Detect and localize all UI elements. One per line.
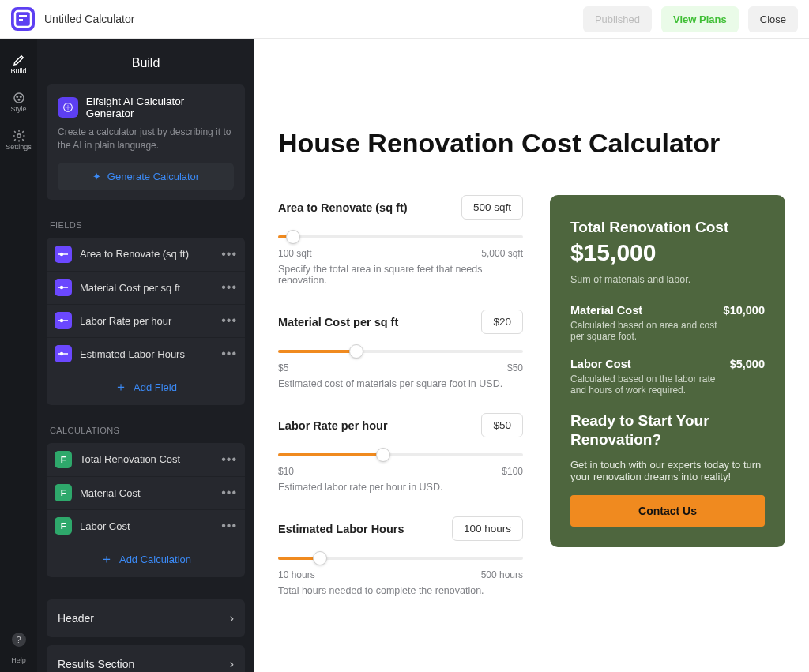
preview-area: House Renovation Cost Calculator Area to… — [254, 39, 809, 672]
formula-icon: F — [55, 517, 72, 535]
breakdown-name: Labor Cost — [570, 358, 631, 370]
calculation-item-label: Total Renovation Cost — [80, 453, 213, 465]
slider-track[interactable] — [278, 552, 523, 563]
slider-value[interactable]: 500 sqft — [461, 195, 523, 220]
view-plans-button[interactable]: View Plans — [661, 6, 739, 32]
rail-style[interactable]: Style — [0, 86, 37, 118]
cta-heading: Ready to Start Your Renovation? — [570, 411, 765, 449]
slider-thumb[interactable] — [349, 344, 363, 359]
calculation-item-label: Material Cost — [80, 487, 213, 499]
slider-min: $10 — [278, 466, 294, 477]
add-calculation-label: Add Calculation — [119, 554, 191, 565]
plus-icon: ＋ — [100, 551, 113, 568]
slider-min: 100 sqft — [278, 248, 312, 259]
slider-helper: Estimated cost of materials per square f… — [278, 378, 523, 389]
slider-field: Material Cost per sq ft$20$5$50Estimated… — [278, 310, 523, 389]
slider-field: Labor Rate per hour$50$10$100Estimated l… — [278, 413, 523, 493]
field-item-label: Material Cost per sq ft — [80, 282, 213, 294]
field-item[interactable]: Labor Rate per hour••• — [47, 304, 245, 337]
pencil-icon — [12, 53, 26, 67]
slider-field: Estimated Labor Hours100 hours10 hours50… — [278, 516, 523, 596]
slider-track[interactable] — [278, 231, 523, 242]
total-sub: Sum of materials and labor. — [570, 274, 765, 285]
rail-help-label: Help — [11, 656, 26, 664]
breakdown-name: Material Cost — [570, 304, 642, 317]
doc-title[interactable]: Untitled Calculator — [44, 13, 134, 25]
slider-field-icon — [55, 279, 72, 296]
field-item-label: Labor Rate per hour — [80, 315, 213, 327]
svg-point-3 — [14, 93, 24, 103]
slider-min: 10 hours — [278, 569, 315, 580]
contact-us-button[interactable]: Contact Us — [570, 495, 765, 527]
kebab-icon[interactable]: ••• — [221, 247, 237, 261]
slider-track[interactable] — [278, 345, 523, 356]
breakdown-list: Material Cost$10,000Calculated based on … — [570, 304, 765, 396]
field-item-label: Estimated Labor Hours — [80, 348, 213, 360]
calculation-item[interactable]: FTotal Renovation Cost••• — [47, 443, 245, 476]
slider-label: Labor Rate per hour — [278, 419, 388, 432]
calculation-item[interactable]: FLabor Cost••• — [47, 509, 245, 542]
calculator-title: House Renovation Cost Calculator — [278, 128, 785, 159]
kebab-icon[interactable]: ••• — [221, 452, 237, 467]
published-button: Published — [583, 6, 652, 32]
left-rail: Build Style Settings ? Help — [0, 39, 37, 672]
slider-helper: Total hours needed to complete the renov… — [278, 585, 523, 596]
kebab-icon[interactable]: ••• — [221, 519, 237, 533]
generate-calculator-button[interactable]: ✦ Generate Calculator — [58, 163, 234, 190]
formula-icon: F — [55, 484, 72, 501]
svg-point-16 — [60, 352, 63, 355]
breakdown-row: Labor Cost$5,000Calculated based on the … — [570, 358, 765, 396]
cta-text: Get in touch with our experts today to t… — [570, 459, 765, 482]
nav-results-section[interactable]: Results Section › — [47, 645, 245, 672]
slider-value[interactable]: 100 hours — [452, 516, 523, 541]
total-value: $15,000 — [570, 239, 765, 266]
slider-value[interactable]: $20 — [481, 310, 523, 334]
total-label: Total Renovation Cost — [570, 219, 765, 236]
svg-point-5 — [20, 96, 21, 98]
ai-generator-card: Elfsight AI Calculator Generator Create … — [47, 84, 245, 200]
breakdown-desc: Calculated based on area and cost per sq… — [570, 320, 721, 342]
add-field-label: Add Field — [134, 381, 177, 393]
slider-thumb[interactable] — [313, 551, 327, 565]
chevron-right-icon: › — [230, 611, 234, 625]
slider-thumb[interactable] — [376, 448, 390, 462]
svg-point-6 — [18, 99, 20, 101]
slider-thumb[interactable] — [286, 230, 300, 244]
add-field-button[interactable]: ＋Add Field — [47, 370, 245, 405]
slider-track[interactable] — [278, 449, 523, 460]
nav-header-section[interactable]: Header › — [47, 599, 245, 637]
slider-label: Material Cost per sq ft — [278, 316, 398, 328]
slider-max: 5,000 sqft — [481, 248, 523, 259]
help-icon[interactable]: ? — [12, 633, 26, 647]
results-card: Total Renovation Cost $15,000 Sum of mat… — [550, 195, 785, 547]
kebab-icon[interactable]: ••• — [221, 486, 237, 500]
svg-point-10 — [60, 253, 63, 256]
chevron-right-icon: › — [230, 657, 234, 671]
calculation-item[interactable]: FMaterial Cost••• — [47, 476, 245, 509]
breakdown-value: $5,000 — [730, 358, 765, 370]
fields-section-label: FIELDS — [37, 216, 254, 238]
breakdown-desc: Calculated based on the labor rate and h… — [570, 374, 721, 396]
slider-max: 500 hours — [481, 569, 523, 580]
fields-list: Area to Renovate (sq ft)•••Material Cost… — [47, 238, 245, 405]
field-item[interactable]: Area to Renovate (sq ft)••• — [47, 238, 245, 271]
plus-icon: ＋ — [115, 379, 127, 396]
slider-column: Area to Renovate (sq ft)500 sqft100 sqft… — [278, 195, 523, 596]
slider-field-icon — [55, 345, 72, 362]
slider-value[interactable]: $50 — [481, 413, 523, 437]
add-calculation-button[interactable]: ＋Add Calculation — [47, 542, 245, 577]
kebab-icon[interactable]: ••• — [221, 313, 237, 328]
rail-settings[interactable]: Settings — [0, 124, 37, 156]
rail-build[interactable]: Build — [0, 48, 37, 80]
field-item[interactable]: Material Cost per sq ft••• — [47, 271, 245, 304]
kebab-icon[interactable]: ••• — [221, 280, 237, 295]
slider-field: Area to Renovate (sq ft)500 sqft100 sqft… — [278, 195, 523, 286]
calculations-section-label: CALCULATIONS — [37, 421, 254, 443]
svg-point-4 — [17, 96, 18, 98]
gear-icon — [12, 129, 26, 143]
close-button[interactable]: Close — [748, 6, 798, 32]
field-item[interactable]: Estimated Labor Hours••• — [47, 337, 245, 370]
build-panel: Build Elfsight AI Calculator Generator C… — [37, 39, 254, 672]
formula-icon: F — [55, 451, 72, 468]
kebab-icon[interactable]: ••• — [221, 347, 237, 361]
